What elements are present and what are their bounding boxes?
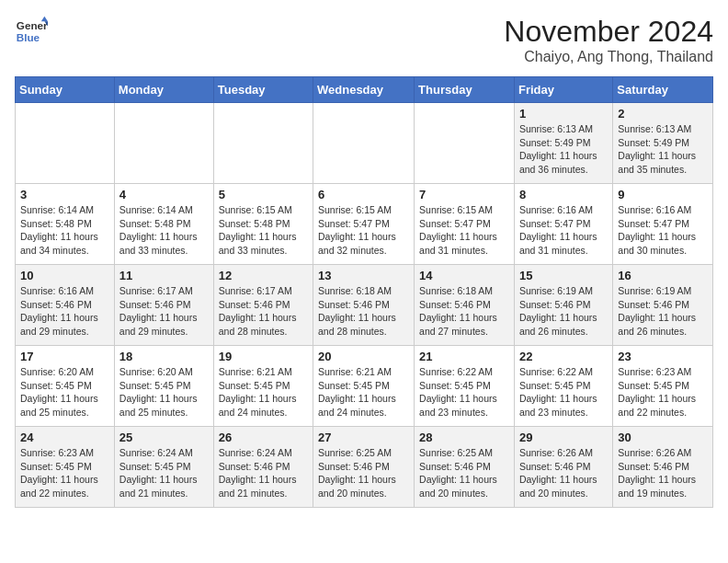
day-cell-14: 14Sunrise: 6:18 AMSunset: 5:46 PMDayligh… (415, 265, 515, 346)
day-info: Sunrise: 6:18 AMSunset: 5:46 PMDaylight:… (318, 284, 409, 339)
day-info: Sunrise: 6:16 AMSunset: 5:46 PMDaylight:… (20, 284, 109, 339)
day-cell-29: 29Sunrise: 6:26 AMSunset: 5:46 PMDayligh… (514, 427, 612, 508)
day-number: 22 (519, 350, 608, 363)
day-info: Sunrise: 6:25 AMSunset: 5:46 PMDaylight:… (419, 446, 509, 500)
day-number: 4 (119, 188, 209, 201)
day-number: 19 (219, 350, 308, 363)
logo-icon: General Blue (15, 15, 48, 48)
empty-cell (313, 103, 415, 184)
day-cell-12: 12Sunrise: 6:17 AMSunset: 5:46 PMDayligh… (213, 265, 313, 346)
day-info: Sunrise: 6:26 AMSunset: 5:46 PMDaylight:… (519, 446, 608, 500)
day-number: 8 (519, 188, 608, 201)
day-number: 25 (119, 431, 209, 444)
day-number: 17 (20, 350, 109, 363)
weekday-header-row: SundayMondayTuesdayWednesdayThursdayFrid… (16, 77, 713, 103)
day-info: Sunrise: 6:20 AMSunset: 5:45 PMDaylight:… (119, 365, 209, 419)
day-number: 16 (618, 269, 708, 282)
weekday-header-wednesday: Wednesday (313, 77, 415, 103)
day-number: 20 (318, 350, 409, 363)
title-block: November 2024 Chaiyo, Ang Thong, Thailan… (504, 15, 713, 65)
day-number: 3 (20, 188, 109, 201)
day-number: 14 (419, 269, 509, 282)
day-number: 29 (519, 431, 608, 444)
day-cell-20: 20Sunrise: 6:21 AMSunset: 5:45 PMDayligh… (313, 346, 415, 427)
day-cell-1: 1Sunrise: 6:13 AMSunset: 5:49 PMDaylight… (514, 103, 612, 184)
day-number: 13 (318, 269, 409, 282)
day-info: Sunrise: 6:24 AMSunset: 5:45 PMDaylight:… (119, 446, 209, 500)
day-info: Sunrise: 6:16 AMSunset: 5:47 PMDaylight:… (519, 203, 608, 258)
weekday-header-monday: Monday (114, 77, 213, 103)
day-cell-9: 9Sunrise: 6:16 AMSunset: 5:47 PMDaylight… (613, 184, 713, 265)
day-info: Sunrise: 6:19 AMSunset: 5:46 PMDaylight:… (618, 284, 708, 339)
weekday-header-friday: Friday (514, 77, 612, 103)
week-row-4: 17Sunrise: 6:20 AMSunset: 5:45 PMDayligh… (16, 346, 713, 427)
day-info: Sunrise: 6:13 AMSunset: 5:49 PMDaylight:… (519, 122, 608, 177)
day-number: 10 (20, 269, 109, 282)
day-cell-4: 4Sunrise: 6:14 AMSunset: 5:48 PMDaylight… (114, 184, 213, 265)
day-info: Sunrise: 6:18 AMSunset: 5:46 PMDaylight:… (419, 284, 509, 339)
day-info: Sunrise: 6:17 AMSunset: 5:46 PMDaylight:… (119, 284, 209, 339)
day-number: 12 (219, 269, 308, 282)
day-number: 23 (618, 350, 708, 363)
empty-cell (16, 103, 115, 184)
day-info: Sunrise: 6:15 AMSunset: 5:48 PMDaylight:… (219, 203, 308, 258)
day-info: Sunrise: 6:21 AMSunset: 5:45 PMDaylight:… (318, 365, 409, 419)
day-cell-23: 23Sunrise: 6:23 AMSunset: 5:45 PMDayligh… (613, 346, 713, 427)
day-cell-8: 8Sunrise: 6:16 AMSunset: 5:47 PMDaylight… (514, 184, 612, 265)
day-number: 6 (318, 188, 409, 201)
day-cell-22: 22Sunrise: 6:22 AMSunset: 5:45 PMDayligh… (514, 346, 612, 427)
day-number: 27 (318, 431, 409, 444)
empty-cell (213, 103, 313, 184)
day-info: Sunrise: 6:19 AMSunset: 5:46 PMDaylight:… (519, 284, 608, 339)
day-info: Sunrise: 6:23 AMSunset: 5:45 PMDaylight:… (20, 446, 109, 500)
day-info: Sunrise: 6:21 AMSunset: 5:45 PMDaylight:… (219, 365, 308, 419)
week-row-1: 1Sunrise: 6:13 AMSunset: 5:49 PMDaylight… (16, 103, 713, 184)
day-cell-3: 3Sunrise: 6:14 AMSunset: 5:48 PMDaylight… (16, 184, 115, 265)
weekday-header-tuesday: Tuesday (213, 77, 313, 103)
day-number: 28 (419, 431, 509, 444)
day-info: Sunrise: 6:23 AMSunset: 5:45 PMDaylight:… (618, 365, 708, 419)
day-info: Sunrise: 6:25 AMSunset: 5:46 PMDaylight:… (318, 446, 409, 500)
day-number: 18 (119, 350, 209, 363)
day-cell-30: 30Sunrise: 6:26 AMSunset: 5:46 PMDayligh… (613, 427, 713, 508)
location: Chaiyo, Ang Thong, Thailand (504, 49, 713, 65)
day-info: Sunrise: 6:22 AMSunset: 5:45 PMDaylight:… (519, 365, 608, 419)
week-row-3: 10Sunrise: 6:16 AMSunset: 5:46 PMDayligh… (16, 265, 713, 346)
empty-cell (415, 103, 515, 184)
day-number: 5 (219, 188, 308, 201)
day-cell-6: 6Sunrise: 6:15 AMSunset: 5:47 PMDaylight… (313, 184, 415, 265)
day-cell-21: 21Sunrise: 6:22 AMSunset: 5:45 PMDayligh… (415, 346, 515, 427)
day-cell-25: 25Sunrise: 6:24 AMSunset: 5:45 PMDayligh… (114, 427, 213, 508)
day-number: 30 (618, 431, 708, 444)
day-cell-19: 19Sunrise: 6:21 AMSunset: 5:45 PMDayligh… (213, 346, 313, 427)
weekday-header-sunday: Sunday (16, 77, 115, 103)
day-info: Sunrise: 6:26 AMSunset: 5:46 PMDaylight:… (618, 446, 708, 500)
calendar-table: SundayMondayTuesdayWednesdayThursdayFrid… (15, 76, 713, 508)
day-info: Sunrise: 6:22 AMSunset: 5:45 PMDaylight:… (419, 365, 509, 419)
weekday-header-thursday: Thursday (415, 77, 515, 103)
day-number: 24 (20, 431, 109, 444)
week-row-2: 3Sunrise: 6:14 AMSunset: 5:48 PMDaylight… (16, 184, 713, 265)
day-info: Sunrise: 6:15 AMSunset: 5:47 PMDaylight:… (318, 203, 409, 258)
day-cell-26: 26Sunrise: 6:24 AMSunset: 5:46 PMDayligh… (213, 427, 313, 508)
day-info: Sunrise: 6:20 AMSunset: 5:45 PMDaylight:… (20, 365, 109, 419)
day-info: Sunrise: 6:14 AMSunset: 5:48 PMDaylight:… (119, 203, 209, 258)
page-header: General Blue November 2024 Chaiyo, Ang T… (15, 15, 713, 65)
weekday-header-saturday: Saturday (613, 77, 713, 103)
day-cell-28: 28Sunrise: 6:25 AMSunset: 5:46 PMDayligh… (415, 427, 515, 508)
week-row-5: 24Sunrise: 6:23 AMSunset: 5:45 PMDayligh… (16, 427, 713, 508)
day-number: 9 (618, 188, 708, 201)
month-title: November 2024 (504, 15, 713, 49)
day-cell-16: 16Sunrise: 6:19 AMSunset: 5:46 PMDayligh… (613, 265, 713, 346)
day-cell-17: 17Sunrise: 6:20 AMSunset: 5:45 PMDayligh… (16, 346, 115, 427)
day-cell-13: 13Sunrise: 6:18 AMSunset: 5:46 PMDayligh… (313, 265, 415, 346)
day-number: 1 (519, 107, 608, 121)
day-info: Sunrise: 6:16 AMSunset: 5:47 PMDaylight:… (618, 203, 708, 258)
svg-text:Blue: Blue (17, 31, 40, 43)
day-cell-7: 7Sunrise: 6:15 AMSunset: 5:47 PMDaylight… (415, 184, 515, 265)
empty-cell (114, 103, 213, 184)
day-number: 7 (419, 188, 509, 201)
day-cell-10: 10Sunrise: 6:16 AMSunset: 5:46 PMDayligh… (16, 265, 115, 346)
day-number: 21 (419, 350, 509, 363)
day-number: 26 (219, 431, 308, 444)
